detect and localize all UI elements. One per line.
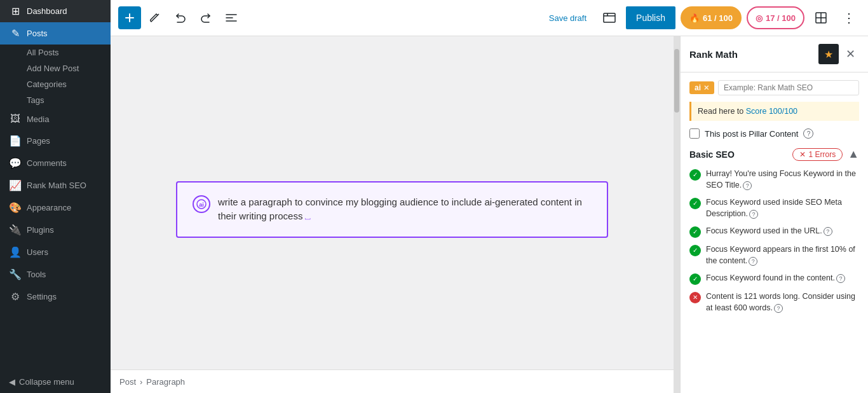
- error-icon: ✕: [689, 292, 701, 303]
- keyword-input[interactable]: [718, 80, 859, 95]
- seo-item-text: Hurray! You're using Focus Keyword in th…: [706, 169, 859, 191]
- readability-score-button[interactable]: ◎ 17 / 100: [747, 6, 804, 29]
- appearance-icon: 🎨: [9, 202, 22, 214]
- seo-help-icon[interactable]: ?: [749, 257, 757, 266]
- posts-icon: ✎: [9, 27, 22, 39]
- seo-item: ✓Focus Keyword found in the content.?: [689, 273, 859, 285]
- add-block-button[interactable]: [118, 6, 141, 29]
- publish-button[interactable]: Publish: [626, 6, 675, 29]
- seo-help-icon[interactable]: ?: [836, 274, 845, 283]
- document-overview-button[interactable]: [220, 6, 243, 29]
- sidebar-item-label: Posts: [27, 29, 48, 38]
- breadcrumb-post[interactable]: Post: [119, 377, 136, 387]
- panel-star-button[interactable]: ★: [818, 44, 839, 64]
- plugins-icon: 🔌: [9, 224, 22, 236]
- tools-icon: 🔧: [9, 268, 22, 280]
- score-100-link[interactable]: Score 100/100: [746, 107, 797, 116]
- pillar-content-row: This post is Pillar Content ?: [689, 128, 859, 139]
- sidebar-item-categories[interactable]: Categories: [18, 76, 111, 92]
- sidebar-item-media[interactable]: 🖼 Media: [0, 108, 111, 130]
- sidebar-item-appearance[interactable]: 🎨 Appearance: [0, 197, 111, 219]
- focus-keyword-row: ai ✕: [689, 80, 859, 95]
- keyword-tag-remove[interactable]: ✕: [703, 84, 709, 92]
- sidebar-item-label: Comments: [27, 158, 67, 168]
- ai-prompt-block[interactable]: ai write a paragraph to convince my blog…: [176, 181, 608, 238]
- sidebar-item-label: Tools: [27, 270, 46, 279]
- sidebar-item-posts[interactable]: ✎ Posts: [0, 22, 111, 45]
- pages-icon: 📄: [9, 135, 22, 147]
- collapse-icon: ◀: [9, 377, 15, 387]
- sidebar-item-add-new-post[interactable]: Add New Post: [18, 60, 111, 76]
- settings-panel-button[interactable]: [810, 6, 832, 29]
- sidebar-item-plugins[interactable]: 🔌 Plugins: [0, 219, 111, 241]
- collapse-menu-button[interactable]: ◀ Collapse menu: [0, 371, 111, 393]
- seo-item-text: Focus Keyword used in the URL.?: [706, 226, 859, 237]
- editor-content: ai write a paragraph to convince my blog…: [111, 36, 674, 393]
- score-100-box: Read here to Score 100/100: [689, 102, 859, 121]
- sidebar-item-tags[interactable]: Tags: [18, 92, 111, 108]
- readability-score-label: 17 / 100: [766, 13, 796, 23]
- editor-inner[interactable]: ai write a paragraph to convince my blog…: [111, 36, 674, 369]
- breadcrumb-paragraph[interactable]: Paragraph: [146, 377, 185, 387]
- undo-button[interactable]: [169, 6, 192, 29]
- ai-logo-icon: ai: [193, 195, 210, 213]
- fire-icon: 🔥: [689, 13, 700, 23]
- rank-math-icon: 📈: [9, 179, 22, 191]
- scrollbar-thumb: [674, 49, 679, 113]
- seo-help-icon[interactable]: ?: [824, 227, 832, 236]
- settings-icon: ⚙: [9, 291, 22, 303]
- dashboard-icon: ⊞: [9, 5, 22, 17]
- sidebar-item-all-posts[interactable]: All Posts: [18, 45, 111, 60]
- seo-help-icon[interactable]: ?: [774, 304, 783, 313]
- seo-item: ✕Content is 121 words long. Consider usi…: [689, 291, 859, 314]
- sidebar-item-tools[interactable]: 🔧 Tools: [0, 263, 111, 286]
- preview-button[interactable]: [598, 6, 621, 29]
- save-draft-button[interactable]: Save draft: [543, 10, 593, 27]
- sidebar-item-settings[interactable]: ⚙ Settings: [0, 286, 111, 308]
- seo-item-text: Focus Keyword used inside SEO Meta Descr…: [706, 197, 859, 219]
- sidebar-item-label: Pages: [27, 136, 50, 146]
- breadcrumb-separator: ›: [140, 377, 142, 387]
- error-badge: ✕ 1 Errors: [792, 148, 843, 161]
- toolbar-left: [118, 6, 540, 29]
- rank-math-panel: Rank Math ★ ✕ ai ✕ Read here to Score 10…: [680, 36, 868, 393]
- redo-button[interactable]: [194, 6, 217, 29]
- seo-items-list: ✓Hurray! You're using Focus Keyword in t…: [689, 169, 859, 314]
- seo-item-text: Focus Keyword appears in the first 10% o…: [706, 244, 859, 266]
- collapse-label: Collapse menu: [19, 377, 74, 387]
- seo-item-text: Content is 121 words long. Consider usin…: [706, 291, 859, 314]
- pillar-content-label: This post is Pillar Content: [705, 129, 798, 139]
- sidebar-item-label: Rank Math SEO: [27, 181, 86, 190]
- more-options-button[interactable]: ⋮: [837, 6, 860, 29]
- seo-help-icon[interactable]: ?: [749, 210, 758, 219]
- sidebar-item-label: Appearance: [27, 203, 71, 212]
- ai-prompt-text: write a paragraph to convince my bloggin…: [218, 195, 592, 224]
- sidebar-item-label: Media: [27, 114, 49, 124]
- check-icon: ✓: [689, 245, 701, 256]
- sidebar-item-label: Plugins: [27, 225, 54, 235]
- sidebar-item-comments[interactable]: 💬 Comments: [0, 152, 111, 174]
- status-bar: Post › Paragraph: [111, 369, 674, 393]
- seo-help-icon[interactable]: ?: [743, 181, 752, 190]
- check-icon: ✓: [689, 169, 701, 181]
- sidebar-item-dashboard[interactable]: ⊞ Dashboard: [0, 0, 111, 22]
- sidebar-item-rank-math[interactable]: 📈 Rank Math SEO: [0, 174, 111, 197]
- sidebar-item-users[interactable]: 👤 Users: [0, 241, 111, 263]
- editor-scrollbar[interactable]: [674, 36, 680, 393]
- keyword-tag[interactable]: ai ✕: [689, 81, 714, 94]
- edit-tool-button[interactable]: [144, 6, 166, 29]
- panel-header: Rank Math ★ ✕: [681, 36, 868, 72]
- pillar-content-checkbox[interactable]: [689, 128, 700, 139]
- svg-rect-0: [604, 13, 615, 22]
- sidebar-item-label: Users: [27, 247, 48, 257]
- check-icon: ✓: [689, 226, 701, 238]
- svg-text:ai: ai: [199, 202, 204, 208]
- panel-close-button[interactable]: ✕: [841, 45, 859, 63]
- collapse-section-icon[interactable]: ▲: [848, 148, 859, 161]
- pillar-help-icon[interactable]: ?: [803, 128, 813, 139]
- seo-item: ✓Focus Keyword appears in the first 10% …: [689, 244, 859, 266]
- sidebar-item-pages[interactable]: 📄 Pages: [0, 130, 111, 152]
- seo-score-label: 61 / 100: [703, 13, 733, 23]
- seo-score-button[interactable]: 🔥 61 / 100: [681, 6, 742, 29]
- sidebar-item-label: Dashboard: [27, 6, 67, 16]
